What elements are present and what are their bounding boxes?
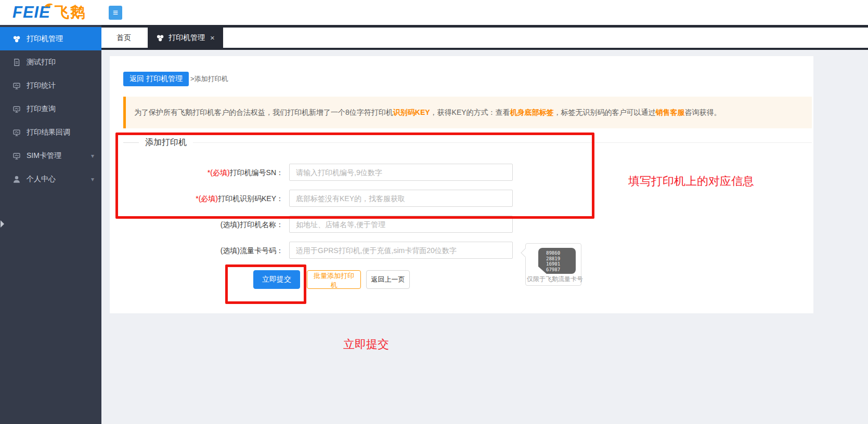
legend-line-left [123,142,139,143]
tab-label: 首页 [116,33,131,43]
user-icon [12,175,21,183]
required-mark: *(必填) [208,168,230,177]
sim-card-image: 89860 28819 16901 67987 [538,248,576,274]
close-icon[interactable]: × [210,33,215,42]
printer-cluster-icon [156,34,164,42]
notice-highlight-link[interactable]: 机身底部标签 [510,108,554,117]
monitor-icon [12,105,21,113]
sim-number-input[interactable] [289,242,513,259]
tab-bar: 首页 打印机管理 × [101,25,868,50]
sidebar-item-label: 打印查询 [27,104,56,114]
sim-number-line: 16901 [546,261,576,267]
sidebar-item-print-query[interactable]: 打印查询 [0,97,101,121]
form-legend-title: 添加打印机 [145,137,187,148]
submit-button[interactable]: 立即提交 [253,270,300,289]
sim-number-label: (选填)流量卡号码： [141,242,283,259]
monitor-icon [12,128,21,137]
back-to-printer-management-button[interactable]: 返回 打印机管理 [123,72,189,86]
sidebar-item-label: SIM卡管理 [27,151,61,161]
menu-icon: ≡ [113,8,118,18]
notice-highlight: 识别码KEY [393,108,430,117]
tab-label: 打印机管理 [169,33,205,43]
printer-name-label: (选填)打印机名称： [141,216,283,233]
printer-sn-input[interactable] [289,164,513,181]
app-header: FEIE 飞鹅 ≡ [0,0,868,25]
breadcrumb-row: 返回 打印机管理 >添加打印机 [123,72,228,86]
breadcrumb: >添加打印机 [190,74,228,84]
notice-text: 为了保护所有飞鹅打印机客户的合法权益，我们打印机新增了一个8位字符打印机 [134,108,393,117]
chevron-down-icon: ▾ [91,152,94,160]
sidebar-item-print-callback[interactable]: 打印结果回调 [0,121,101,144]
sidebar: 打印机管理 测试打印 打印统计 打印查询 打印结果回调 SIM卡管理 ▾ [0,25,101,424]
tab-home[interactable]: 首页 [101,28,147,48]
printer-cluster-icon [12,35,21,43]
notice-banner: 为了保护所有飞鹅打印机客户的合法权益，我们打印机新增了一个8位字符打印机识别码K… [123,97,812,128]
sim-card-caption: 仅限于飞鹅流量卡号 [527,275,583,284]
document-icon [12,58,21,67]
legend-line-right [193,142,812,143]
chevron-down-icon: ▾ [91,176,94,183]
monitor-icon [12,152,21,160]
wifi-signal-icon [42,0,54,9]
notice-text: ，获得KEY的方式：查看 [430,108,510,117]
sidebar-item-label: 打印结果回调 [27,128,70,137]
sidebar-item-printer-management[interactable]: 打印机管理 [0,27,101,50]
annotation-text-fill-info: 填写打印机上的对应信息 [628,174,754,189]
required-mark: *(必填) [196,194,218,203]
form-button-row: 立即提交 批量添加打印机 返回上一页 [110,270,813,289]
notice-highlight-link[interactable]: 销售客服 [656,108,685,117]
sim-number-line: 67987 [546,267,576,273]
annotation-text-submit: 立即提交 [343,337,389,352]
sidebar-collapse-handle[interactable] [1,220,4,228]
tab-printer-management[interactable]: 打印机管理 × [148,28,223,48]
batch-add-button[interactable]: 批量添加打印机 [307,270,361,289]
logo-text-cn: 飞鹅 [55,3,86,22]
printer-key-input[interactable] [289,190,513,207]
sidebar-item-sim-management[interactable]: SIM卡管理 ▾ [0,144,101,167]
printer-sn-label: *(必填)打印机编号SN： [141,164,283,181]
sidebar-item-label: 打印机管理 [27,34,63,44]
sidebar-item-test-print[interactable]: 测试打印 [0,50,101,74]
sim-card-tip: 89860 28819 16901 67987 仅限于飞鹅流量卡号 [525,243,581,286]
sidebar-item-label: 测试打印 [27,58,56,67]
sidebar-item-label: 个人中心 [27,175,56,184]
app-logo[interactable]: FEIE 飞鹅 [12,2,86,23]
form-legend: 添加打印机 [123,136,812,149]
sidebar-item-label: 打印统计 [27,81,56,90]
content-area: 返回 打印机管理 >添加打印机 为了保护所有飞鹅打印机客户的合法权益，我们打印机… [101,50,868,424]
monitor-icon [12,82,21,90]
sidebar-item-print-stats[interactable]: 打印统计 [0,74,101,97]
printer-name-input[interactable] [289,216,513,233]
notice-text: 咨询获得。 [685,108,721,117]
printer-key-label: *(必填)打印机识别码KEY： [141,190,283,207]
sim-number-line: 89860 [546,250,576,256]
sidebar-item-user-center[interactable]: 个人中心 ▾ [0,167,101,191]
back-previous-button[interactable]: 返回上一页 [366,270,410,289]
sim-number-line: 28819 [546,256,576,262]
sidebar-toggle-button[interactable]: ≡ [109,6,122,20]
notice-text: ，标签无识别码的客户可以通过 [554,108,656,117]
tooltip-arrow [521,248,530,257]
